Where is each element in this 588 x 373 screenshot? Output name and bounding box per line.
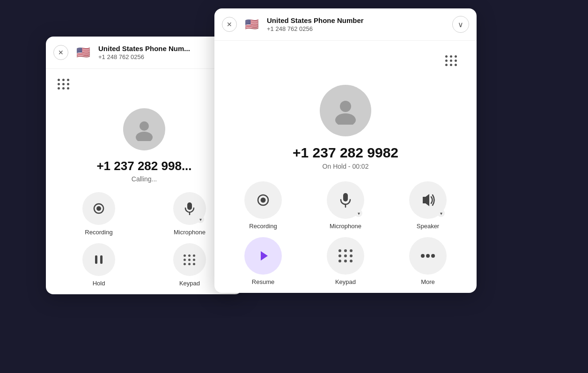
svg-point-17 (426, 254, 430, 258)
speaker-chevron-icon: ▾ (437, 209, 445, 217)
svg-rect-4 (187, 202, 192, 210)
resume-play-icon (256, 249, 270, 263)
back-hold-button[interactable] (82, 243, 115, 276)
scene: ✕ 🇺🇸 United States Phone Num... +1 248 7… (18, 8, 570, 365)
front-speaker-button[interactable]: ▾ (409, 181, 447, 219)
front-recording-control[interactable]: Recording (226, 181, 301, 230)
front-avatar-area (214, 75, 477, 141)
svg-point-9 (335, 113, 356, 125)
front-keypad-control[interactable]: Keypad (308, 237, 383, 285)
svg-marker-15 (261, 251, 268, 261)
front-microphone-label: Microphone (330, 223, 361, 230)
front-flag-icon: 🇺🇸 (243, 15, 261, 34)
front-keypad-button[interactable] (327, 237, 364, 275)
back-call-card: ✕ 🇺🇸 United States Phone Num... +1 248 7… (46, 37, 243, 294)
grid-dots-icon (58, 79, 70, 90)
front-call-number: +1 237 282 9982 (214, 145, 477, 161)
svg-point-1 (136, 132, 153, 141)
back-microphone-label: Microphone (174, 229, 206, 236)
front-card-header: ✕ 🇺🇸 United States Phone Number +1 248 7… (214, 8, 477, 41)
back-keypad-button[interactable] (173, 243, 206, 276)
hold-icon (93, 254, 105, 266)
back-grid-dots-button[interactable] (53, 74, 74, 94)
front-grid-dots-button[interactable] (441, 50, 462, 71)
back-avatar-area (46, 99, 243, 155)
svg-point-16 (421, 254, 425, 258)
front-avatar (320, 85, 371, 136)
back-hold-control[interactable]: Hold (57, 243, 140, 287)
back-flag-icon: 🇺🇸 (74, 43, 93, 62)
recording-icon (92, 202, 105, 215)
more-dots-icon (420, 254, 435, 258)
microphone-icon (184, 202, 195, 215)
front-resume-label: Resume (252, 278, 274, 285)
back-controls-grid: Recording ▾ Microphone (46, 183, 243, 294)
back-card-header: ✕ 🇺🇸 United States Phone Num... +1 248 7… (46, 37, 243, 69)
front-more-control[interactable]: More (390, 237, 465, 285)
speaker-icon (420, 193, 436, 207)
front-speaker-control[interactable]: ▾ Speaker (390, 181, 465, 230)
front-call-status: On Hold - 00:02 (214, 163, 477, 170)
front-call-card: ✕ 🇺🇸 United States Phone Number +1 248 7… (214, 8, 477, 293)
front-header-number: +1 248 762 0256 (267, 25, 447, 32)
back-hold-label: Hold (93, 280, 105, 287)
front-controls-grid: Recording ▾ Microphone (214, 170, 477, 293)
microphone-chevron-icon: ▾ (355, 209, 362, 217)
back-close-button[interactable]: ✕ (53, 45, 68, 60)
front-header-name: United States Phone Number (267, 16, 447, 24)
front-speaker-label: Speaker (417, 223, 439, 230)
front-more-label: More (421, 278, 435, 285)
front-keypad-label: Keypad (335, 278, 356, 285)
svg-rect-12 (343, 193, 348, 201)
keypad-icon (338, 249, 353, 262)
svg-rect-6 (95, 255, 97, 264)
back-avatar (123, 108, 165, 150)
keypad-icon (184, 254, 196, 265)
back-recording-button[interactable] (82, 192, 115, 225)
back-call-status: Calling... (46, 175, 243, 183)
microphone-icon (339, 193, 352, 208)
front-header-info: United States Phone Number +1 248 762 02… (267, 16, 447, 32)
front-dots-area (214, 41, 477, 75)
svg-point-18 (431, 254, 435, 258)
back-recording-label: Recording (85, 229, 112, 236)
chevron-down-icon: ∨ (458, 20, 463, 29)
front-microphone-control[interactable]: ▾ Microphone (308, 181, 383, 230)
back-microphone-button[interactable]: ▾ (173, 192, 206, 225)
front-more-button[interactable] (409, 237, 447, 275)
svg-rect-7 (100, 255, 103, 264)
svg-point-8 (340, 101, 351, 112)
front-resume-control[interactable]: Resume (226, 237, 301, 285)
microphone-chevron-icon: ▾ (197, 216, 204, 223)
svg-point-11 (261, 198, 266, 203)
front-recording-button[interactable] (244, 181, 282, 219)
front-recording-label: Recording (249, 223, 277, 230)
back-recording-control[interactable]: Recording (57, 192, 140, 236)
front-chevron-down-button[interactable]: ∨ (452, 16, 469, 33)
back-keypad-label: Keypad (179, 280, 200, 287)
front-close-button[interactable]: ✕ (222, 17, 237, 32)
front-resume-button[interactable] (244, 237, 282, 275)
front-grid-dots-icon (445, 55, 457, 66)
recording-icon (256, 193, 271, 208)
svg-point-0 (140, 121, 149, 131)
back-call-number: +1 237 282 998... (46, 159, 243, 173)
svg-point-3 (96, 206, 101, 211)
svg-marker-14 (423, 194, 429, 206)
front-microphone-button[interactable]: ▾ (327, 181, 364, 219)
